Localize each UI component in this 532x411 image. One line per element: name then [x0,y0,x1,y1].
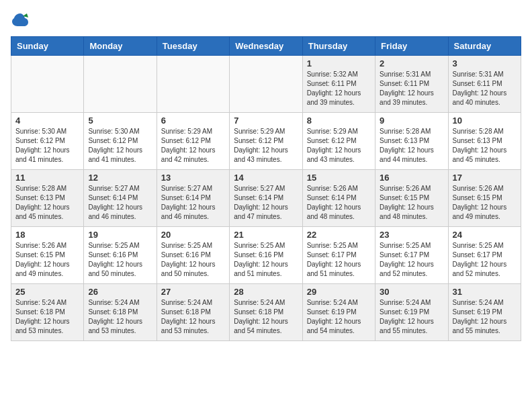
day-info: Sunrise: 5:32 AM Sunset: 6:11 PM Dayligh… [307,70,371,107]
calendar-day-header: Monday [84,37,157,56]
day-info: Sunrise: 5:24 AM Sunset: 6:18 PM Dayligh… [88,298,152,336]
day-number: 28 [234,287,298,297]
day-info: Sunrise: 5:26 AM Sunset: 6:15 PM Dayligh… [380,184,443,222]
calendar-day-header: Friday [375,37,448,56]
logo [11,11,32,30]
page-header [11,11,521,30]
day-info: Sunrise: 5:24 AM Sunset: 6:18 PM Dayligh… [234,298,298,336]
calendar-day-cell: 7Sunrise: 5:29 AM Sunset: 6:12 PM Daylig… [230,113,302,170]
calendar-day-header: Thursday [302,37,375,56]
calendar-day-cell: 21Sunrise: 5:25 AM Sunset: 6:16 PM Dayli… [230,227,302,284]
day-info: Sunrise: 5:26 AM Sunset: 6:15 PM Dayligh… [15,241,79,279]
calendar-day-cell: 29Sunrise: 5:24 AM Sunset: 6:19 PM Dayli… [302,284,375,341]
day-number: 5 [88,116,152,126]
day-info: Sunrise: 5:24 AM Sunset: 6:18 PM Dayligh… [15,298,79,336]
calendar-day-cell: 9Sunrise: 5:28 AM Sunset: 6:13 PM Daylig… [375,113,448,170]
calendar-day-cell: 13Sunrise: 5:27 AM Sunset: 6:14 PM Dayli… [157,170,229,227]
day-number: 24 [453,230,517,240]
calendar-day-cell: 12Sunrise: 5:27 AM Sunset: 6:14 PM Dayli… [84,170,157,227]
day-info: Sunrise: 5:28 AM Sunset: 6:13 PM Dayligh… [380,127,443,165]
day-number: 8 [307,116,371,126]
day-info: Sunrise: 5:29 AM Sunset: 6:12 PM Dayligh… [234,127,298,165]
day-info: Sunrise: 5:24 AM Sunset: 6:19 PM Dayligh… [380,298,443,336]
day-number: 14 [234,173,298,183]
day-info: Sunrise: 5:26 AM Sunset: 6:14 PM Dayligh… [307,184,371,222]
calendar-day-cell: 22Sunrise: 5:25 AM Sunset: 6:17 PM Dayli… [302,227,375,284]
day-number: 29 [307,287,371,297]
day-info: Sunrise: 5:27 AM Sunset: 6:14 PM Dayligh… [234,184,298,222]
calendar-day-cell: 6Sunrise: 5:29 AM Sunset: 6:12 PM Daylig… [157,113,229,170]
day-number: 23 [380,230,443,240]
calendar-week-row: 18Sunrise: 5:26 AM Sunset: 6:15 PM Dayli… [11,227,521,284]
calendar-day-cell: 10Sunrise: 5:28 AM Sunset: 6:13 PM Dayli… [448,113,521,170]
day-number: 11 [15,173,79,183]
calendar-day-cell: 25Sunrise: 5:24 AM Sunset: 6:18 PM Dayli… [11,284,84,341]
day-number: 1 [307,58,371,68]
day-info: Sunrise: 5:28 AM Sunset: 6:13 PM Dayligh… [453,127,517,165]
day-info: Sunrise: 5:25 AM Sunset: 6:16 PM Dayligh… [88,241,152,279]
calendar-day-cell: 19Sunrise: 5:25 AM Sunset: 6:16 PM Dayli… [84,227,157,284]
day-info: Sunrise: 5:26 AM Sunset: 6:15 PM Dayligh… [453,184,517,222]
calendar-day-cell: 24Sunrise: 5:25 AM Sunset: 6:17 PM Dayli… [448,227,521,284]
day-info: Sunrise: 5:25 AM Sunset: 6:16 PM Dayligh… [161,241,225,279]
day-number: 13 [161,173,225,183]
day-info: Sunrise: 5:29 AM Sunset: 6:12 PM Dayligh… [161,127,225,165]
day-number: 21 [234,230,298,240]
calendar-day-header: Sunday [11,37,84,56]
calendar-day-cell: 17Sunrise: 5:26 AM Sunset: 6:15 PM Dayli… [448,170,521,227]
calendar-day-header: Wednesday [230,37,302,56]
calendar-day-cell: 5Sunrise: 5:30 AM Sunset: 6:12 PM Daylig… [84,113,157,170]
logo-icon [11,11,30,30]
calendar-day-cell: 3Sunrise: 5:31 AM Sunset: 6:11 PM Daylig… [448,56,521,113]
day-number: 30 [380,287,443,297]
calendar-day-cell: 18Sunrise: 5:26 AM Sunset: 6:15 PM Dayli… [11,227,84,284]
calendar-day-cell: 1Sunrise: 5:32 AM Sunset: 6:11 PM Daylig… [302,56,375,113]
calendar-day-cell: 27Sunrise: 5:24 AM Sunset: 6:18 PM Dayli… [157,284,229,341]
calendar-week-row: 11Sunrise: 5:28 AM Sunset: 6:13 PM Dayli… [11,170,521,227]
calendar-day-cell: 28Sunrise: 5:24 AM Sunset: 6:18 PM Dayli… [230,284,302,341]
day-info: Sunrise: 5:27 AM Sunset: 6:14 PM Dayligh… [161,184,225,222]
calendar-day-cell: 20Sunrise: 5:25 AM Sunset: 6:16 PM Dayli… [157,227,229,284]
calendar-week-row: 1Sunrise: 5:32 AM Sunset: 6:11 PM Daylig… [11,56,521,113]
day-number: 3 [453,58,517,68]
day-info: Sunrise: 5:31 AM Sunset: 6:11 PM Dayligh… [453,70,517,107]
calendar-day-cell: 23Sunrise: 5:25 AM Sunset: 6:17 PM Dayli… [375,227,448,284]
day-number: 22 [307,230,371,240]
day-info: Sunrise: 5:31 AM Sunset: 6:11 PM Dayligh… [380,70,443,107]
day-info: Sunrise: 5:25 AM Sunset: 6:17 PM Dayligh… [307,241,371,279]
day-info: Sunrise: 5:29 AM Sunset: 6:12 PM Dayligh… [307,127,371,165]
day-info: Sunrise: 5:30 AM Sunset: 6:12 PM Dayligh… [15,127,79,165]
day-number: 12 [88,173,152,183]
calendar-day-cell: 4Sunrise: 5:30 AM Sunset: 6:12 PM Daylig… [11,113,84,170]
calendar-day-cell: 30Sunrise: 5:24 AM Sunset: 6:19 PM Dayli… [375,284,448,341]
day-number: 18 [15,230,79,240]
day-number: 7 [234,116,298,126]
calendar-day-cell: 16Sunrise: 5:26 AM Sunset: 6:15 PM Dayli… [375,170,448,227]
day-info: Sunrise: 5:25 AM Sunset: 6:16 PM Dayligh… [234,241,298,279]
day-number: 25 [15,287,79,297]
day-info: Sunrise: 5:25 AM Sunset: 6:17 PM Dayligh… [380,241,443,279]
day-info: Sunrise: 5:27 AM Sunset: 6:14 PM Dayligh… [88,184,152,222]
day-number: 15 [307,173,371,183]
day-number: 27 [161,287,225,297]
day-info: Sunrise: 5:24 AM Sunset: 6:19 PM Dayligh… [307,298,371,336]
day-number: 2 [380,58,443,68]
calendar-day-header: Tuesday [157,37,229,56]
calendar-table: SundayMondayTuesdayWednesdayThursdayFrid… [11,36,521,341]
calendar-header-row: SundayMondayTuesdayWednesdayThursdayFrid… [11,37,521,56]
calendar-week-row: 4Sunrise: 5:30 AM Sunset: 6:12 PM Daylig… [11,113,521,170]
calendar-day-header: Saturday [448,37,521,56]
calendar-day-cell: 2Sunrise: 5:31 AM Sunset: 6:11 PM Daylig… [375,56,448,113]
day-number: 4 [15,116,79,126]
day-number: 16 [380,173,443,183]
day-info: Sunrise: 5:25 AM Sunset: 6:17 PM Dayligh… [453,241,517,279]
day-number: 10 [453,116,517,126]
day-number: 19 [88,230,152,240]
day-number: 31 [453,287,517,297]
calendar-day-cell [11,56,84,113]
calendar-day-cell [230,56,302,113]
day-number: 17 [453,173,517,183]
calendar-day-cell [157,56,229,113]
day-number: 26 [88,287,152,297]
day-number: 9 [380,116,443,126]
